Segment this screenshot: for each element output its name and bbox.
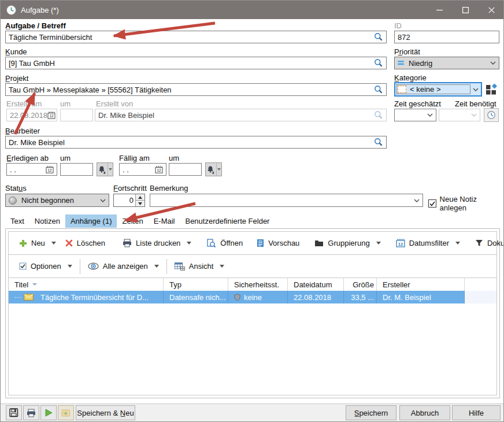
- neue-notiz-label: Neue Notiz anlegen: [440, 195, 503, 212]
- search-icon[interactable]: [374, 58, 383, 68]
- gruppierung-button[interactable]: Gruppierung: [310, 236, 385, 250]
- minimize-button[interactable]: [427, 1, 453, 19]
- kunde-field[interactable]: [9] Tau GmbH: [5, 57, 387, 69]
- close-button[interactable]: [479, 1, 504, 19]
- tab-notizen[interactable]: Notizen: [29, 214, 65, 228]
- svg-text:x: x: [103, 170, 106, 173]
- fortschritt-spinner[interactable]: 0: [113, 194, 145, 207]
- erledigen-um-field[interactable]: [60, 163, 93, 176]
- toolbar-separator: [166, 259, 167, 274]
- hilfe-label: Hilfe: [469, 409, 484, 417]
- chevron-down-icon: [455, 242, 460, 245]
- status-select[interactable]: Nicht begonnen: [5, 194, 109, 207]
- faellig-um-field[interactable]: [169, 163, 202, 176]
- search-icon[interactable]: [374, 32, 383, 42]
- oeffnen-button[interactable]: Öffnen: [202, 236, 247, 251]
- print-icon-button[interactable]: [23, 405, 39, 420]
- folder-icon: [314, 239, 324, 247]
- search-icon[interactable]: [374, 138, 383, 147]
- column-header-sicherheitsstufe[interactable]: Sicherheitsst.: [228, 278, 288, 291]
- archive-icon-button[interactable]: [58, 405, 74, 420]
- dokumenttyp-label: Dokumenttyp: [487, 239, 504, 247]
- attachments-toolbar: Neu Löschen Liste drucken Öffnen: [9, 232, 496, 255]
- speichern-und-neu-button[interactable]: Speichern & N̲eu: [76, 405, 135, 420]
- prioritaet-select[interactable]: Niedrig: [394, 57, 499, 69]
- column-header-ersteller[interactable]: Ersteller: [377, 278, 465, 291]
- low-priority-icon: [398, 60, 405, 66]
- faellig-um-label: um: [169, 154, 179, 162]
- chevron-down-icon: [427, 113, 433, 117]
- tab-zeiten[interactable]: Zeiten: [117, 214, 148, 228]
- tab-email[interactable]: E-Mail: [149, 214, 180, 228]
- bell-off-icon: x: [206, 163, 216, 176]
- clock-icon: [6, 5, 16, 15]
- kategorie-select[interactable]: < keine >: [394, 82, 482, 97]
- spin-up-button[interactable]: [136, 194, 144, 200]
- bearbeiter-field[interactable]: Dr. Mike Beispiel: [5, 136, 387, 149]
- vorschau-button[interactable]: Vorschau: [252, 236, 304, 250]
- dokumenttyp-button[interactable]: Dokumenttyp: [470, 236, 504, 250]
- zeit-benoetigt-label: Zeit benötigt: [455, 99, 496, 108]
- attachment-row-selected[interactable]: Tägliche Terminübersicht für D... Datens…: [9, 291, 496, 303]
- faellig-am-field[interactable]: . . 12: [119, 163, 166, 176]
- projekt-value: Tau GmbH » Messeplakate » [55562] Tätigk…: [9, 86, 374, 94]
- chevron-down-icon: [376, 242, 381, 245]
- loeschen-label: Löschen: [77, 239, 105, 247]
- erstellt-von-label: Erstellt von: [96, 99, 133, 108]
- svg-text:x: x: [212, 170, 214, 173]
- column-header-groesse[interactable]: Größe: [344, 278, 377, 291]
- svg-text:12: 12: [49, 114, 54, 118]
- id-field[interactable]: 872: [394, 31, 499, 43]
- calendar-icon: 12: [47, 112, 55, 119]
- hilfe-button[interactable]: Hilfe: [452, 405, 501, 420]
- attachments-panel: Neu Löschen Liste drucken Öffnen: [5, 228, 500, 398]
- speichern-button[interactable]: S̲peichern: [346, 405, 396, 420]
- tab-text[interactable]: Text: [5, 214, 29, 228]
- ansicht-button[interactable]: Ansicht: [170, 259, 229, 273]
- tab-anhaenge[interactable]: Anhänge (1): [65, 214, 117, 228]
- chevron-down-icon: [100, 199, 106, 202]
- aufgabe-betreff-label: A̲ufgabe / Betreff: [5, 21, 66, 30]
- chevron-down-icon: [68, 265, 72, 268]
- optionen-button[interactable]: Optionen: [14, 259, 77, 273]
- liste-drucken-button[interactable]: Liste drucken: [118, 236, 196, 250]
- column-header-typ[interactable]: Typ: [164, 278, 228, 291]
- speichern-und-neu-label: Speichern & N̲eu: [77, 409, 134, 417]
- column-header-titel[interactable]: Titel: [9, 278, 164, 291]
- erledigen-ab-field[interactable]: . . 12: [6, 163, 57, 176]
- svg-text:12: 12: [398, 242, 402, 247]
- spin-down-button[interactable]: [136, 200, 144, 206]
- attachments-table-header: Titel Typ Sicherheitsst. Dateidatum Größ…: [9, 278, 496, 291]
- calendar-icon: 12: [396, 239, 405, 247]
- tab-benutzerdefinierte-felder[interactable]: Benutzerdefinierte Felder: [180, 214, 275, 228]
- datumsfilter-button[interactable]: 12 Datumsfilter: [391, 236, 465, 250]
- calendar-icon[interactable]: 12: [155, 166, 163, 173]
- column-header-dateidatum[interactable]: Dateidatum: [288, 278, 344, 291]
- bearbeiter-label: B̲earbeiter: [5, 127, 40, 135]
- task-window: Aufgabe (*) A̲ufgabe / Betreff Tägliche …: [0, 0, 504, 422]
- save-icon-button[interactable]: [6, 405, 22, 420]
- category-grid-icon[interactable]: [486, 83, 498, 95]
- bemerkung-field[interactable]: [150, 194, 423, 207]
- window-title: Aufgabe (*): [21, 6, 59, 14]
- loeschen-button[interactable]: Löschen: [61, 236, 110, 250]
- chevron-down-icon: [216, 163, 221, 176]
- projekt-field[interactable]: Tau GmbH » Messeplakate » [55562] Tätigk…: [5, 83, 387, 96]
- titlebar: Aufgabe (*): [1, 1, 504, 19]
- erledigen-reminder-button[interactable]: x: [97, 162, 113, 176]
- calendar-icon[interactable]: 12: [46, 166, 54, 173]
- start-icon-button[interactable]: [40, 405, 57, 420]
- aufgabe-betreff-field[interactable]: Tägliche Terminübersicht: [5, 31, 387, 43]
- zeit-geschaetzt-select[interactable]: [394, 109, 436, 121]
- play-icon: [45, 409, 53, 417]
- time-clock-button[interactable]: [484, 108, 499, 122]
- alle-anzeigen-button[interactable]: Alle anzeigen: [83, 259, 164, 273]
- abbruch-button[interactable]: Abbruch: [399, 405, 450, 420]
- search-icon[interactable]: [374, 85, 383, 94]
- neue-notiz-checkbox[interactable]: Neue Notiz anlegen: [428, 195, 503, 212]
- checkbox-icon: [19, 262, 27, 270]
- maximize-button[interactable]: [453, 1, 479, 19]
- bearbeiter-value: Dr. Mike Beispiel: [9, 138, 374, 147]
- neu-button[interactable]: Neu: [14, 236, 61, 250]
- faellig-reminder-button[interactable]: x: [205, 162, 222, 176]
